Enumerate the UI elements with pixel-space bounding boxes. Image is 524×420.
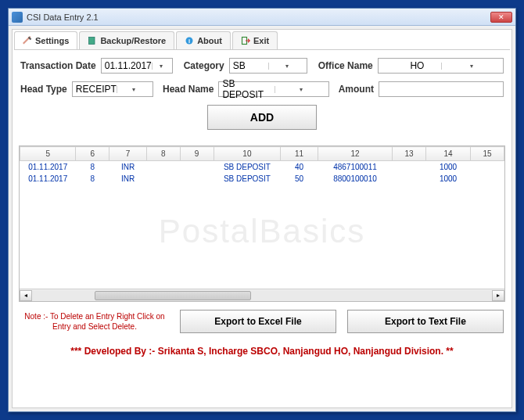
cell: 1000	[425, 173, 470, 185]
head-type-select[interactable]: RECEIPT ▾	[72, 81, 153, 97]
cell: INR	[109, 161, 147, 174]
category-label: Category	[184, 60, 224, 71]
exit-icon	[241, 36, 250, 45]
about-icon: i	[185, 36, 194, 45]
col-header[interactable]: 14	[425, 147, 470, 161]
col-header[interactable]: 6	[76, 147, 109, 161]
cell: 8	[76, 173, 109, 185]
grid-header-row: 5 6 7 8 9 10 11 12 13 14 15	[20, 147, 504, 161]
head-name-label: Head Name	[163, 84, 214, 95]
cell: SB DEPOSIT	[214, 161, 281, 174]
cell	[146, 161, 180, 174]
category-select[interactable]: SB ▾	[229, 58, 307, 74]
chevron-down-icon[interactable]: ▾	[268, 63, 305, 70]
cell	[180, 173, 214, 185]
field-value: SB	[233, 60, 269, 71]
cell: 1000	[425, 161, 470, 174]
delete-note: Note :- To Delete an Entry Right Click o…	[20, 311, 169, 332]
scroll-right-arrow[interactable]: ▸	[492, 290, 504, 301]
titlebar: CSI Data Entry 2.1 ✕	[9, 9, 515, 26]
col-header[interactable]: 10	[214, 147, 281, 161]
col-header[interactable]: 12	[318, 147, 392, 161]
cell: SB DEPOSIT	[214, 173, 281, 185]
tab-exit[interactable]: Exit	[232, 31, 278, 49]
cell	[146, 173, 180, 185]
head-name-select[interactable]: SB DEPOSIT ▾	[218, 81, 328, 97]
col-header[interactable]: 11	[281, 147, 318, 161]
cell	[180, 161, 214, 174]
field-value: RECEIPT	[76, 84, 117, 95]
cell: INR	[109, 173, 147, 185]
window-title: CSI Data Entry 2.1	[27, 13, 490, 22]
bottom-row: Note :- To Delete an Entry Right Click o…	[14, 302, 510, 341]
col-header[interactable]: 15	[471, 147, 504, 161]
calendar-icon[interactable]: ▾	[152, 63, 170, 70]
tab-label: Backup/Restore	[100, 36, 166, 45]
transaction-date-input[interactable]: 01.11.2017 ▾	[101, 58, 173, 74]
scroll-track[interactable]	[32, 290, 492, 301]
col-header[interactable]: 7	[109, 147, 147, 161]
cell	[471, 173, 504, 185]
cell: 8800100010	[318, 173, 392, 185]
tab-label: About	[197, 36, 222, 45]
cell	[393, 161, 426, 174]
tab-label: Exit	[253, 36, 269, 45]
tab-about[interactable]: i About	[176, 31, 231, 49]
field-value: HO	[382, 60, 441, 71]
svg-rect-0	[89, 38, 95, 45]
cell: 8	[76, 161, 109, 174]
col-header[interactable]: 5	[20, 147, 76, 161]
tab-bar: Settings Backup/Restore i About Exit	[14, 31, 510, 50]
tab-label: Settings	[35, 36, 69, 45]
tab-backup[interactable]: Backup/Restore	[79, 31, 174, 49]
footer-credit: *** Developed By :- Srikanta S, Incharge…	[14, 341, 510, 363]
watermark: PostalBasics	[159, 213, 365, 250]
field-value: SB DEPOSIT	[222, 78, 274, 100]
form-area: Transaction Date 01.11.2017 ▾ Category S…	[14, 50, 510, 145]
export-text-button[interactable]: Export to Text File	[347, 310, 504, 333]
data-grid: 5 6 7 8 9 10 11 12 13 14 15 01.11.2017 8	[19, 145, 505, 302]
backup-icon	[88, 36, 97, 45]
col-header[interactable]: 13	[393, 147, 426, 161]
amount-label: Amount	[339, 84, 374, 95]
content-area: Settings Backup/Restore i About Exit Tra…	[12, 29, 512, 408]
tab-settings[interactable]: Settings	[14, 31, 77, 49]
col-header[interactable]: 9	[180, 147, 214, 161]
table-row[interactable]: 01.11.2017 8 INR SB DEPOSIT 50 880010001…	[20, 173, 504, 185]
office-name-select[interactable]: HO ▾	[378, 58, 504, 74]
cell	[471, 161, 504, 174]
export-excel-button[interactable]: Export to Excel File	[180, 310, 336, 333]
settings-icon	[23, 36, 32, 45]
head-type-label: Head Type	[20, 84, 67, 95]
chevron-down-icon[interactable]: ▾	[275, 86, 327, 93]
cell: 01.11.2017	[20, 173, 76, 185]
add-button[interactable]: ADD	[207, 105, 317, 130]
cell	[393, 173, 426, 185]
svg-text:i: i	[188, 38, 190, 45]
cell: 4867100011	[318, 161, 392, 174]
app-icon	[12, 12, 23, 23]
amount-input[interactable]	[379, 81, 504, 97]
chevron-down-icon[interactable]: ▾	[441, 63, 501, 70]
office-name-label: Office Name	[318, 60, 373, 71]
close-button[interactable]: ✕	[490, 12, 512, 23]
table-row[interactable]: 01.11.2017 8 INR SB DEPOSIT 40 486710001…	[20, 161, 504, 174]
field-value: 01.11.2017	[105, 60, 152, 71]
app-window: CSI Data Entry 2.1 ✕ Settings Backup/Res…	[8, 8, 516, 412]
cell: 50	[281, 173, 318, 185]
horizontal-scrollbar[interactable]: ◂ ▸	[20, 289, 504, 301]
scroll-left-arrow[interactable]: ◂	[20, 290, 32, 301]
cell: 40	[281, 161, 318, 174]
col-header[interactable]: 8	[146, 147, 180, 161]
scroll-thumb[interactable]	[95, 291, 251, 300]
chevron-down-icon[interactable]: ▾	[117, 86, 151, 93]
transaction-date-label: Transaction Date	[20, 60, 96, 71]
cell: 01.11.2017	[20, 161, 76, 174]
